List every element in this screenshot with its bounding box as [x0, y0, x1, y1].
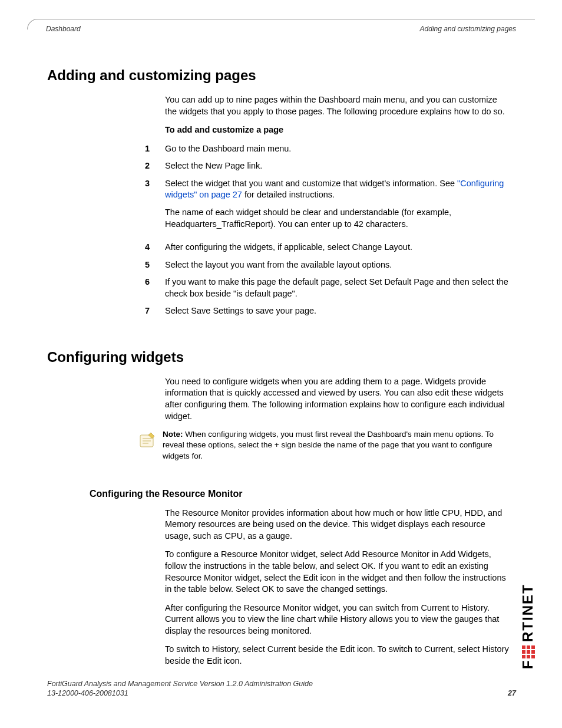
- subsection-title-resource-monitor: Configuring the Resource Monitor: [90, 489, 516, 499]
- step3-lead: Select the widget that you want and cust…: [165, 179, 457, 188]
- step-text: Select the widget that you want and cust…: [165, 178, 510, 236]
- step-number: 5: [141, 259, 165, 271]
- svg-rect-13: [531, 645, 535, 649]
- step-number: 1: [141, 143, 165, 155]
- page-footer: FortiGuard Analysis and Management Servi…: [47, 680, 516, 697]
- step-number: 4: [141, 242, 165, 253]
- note-block: Note: When configuring widgets, you must…: [137, 429, 510, 462]
- step-text: Select Save Settings to save your page.: [165, 305, 510, 317]
- note-label: Note:: [163, 430, 183, 439]
- footer-docid: 13-12000-406-20081031: [47, 689, 128, 697]
- svg-rect-8: [527, 655, 530, 658]
- section-title-adding: Adding and customizing pages: [47, 67, 516, 84]
- note-text: Note: When configuring widgets, you must…: [163, 429, 510, 462]
- step-text: Select the New Page link.: [165, 160, 510, 172]
- svg-rect-11: [531, 655, 535, 658]
- header-left: Dashboard: [46, 25, 81, 33]
- section2-intro: You need to configure widgets when you a…: [165, 376, 510, 422]
- rm-p4: To switch to History, select Current bes…: [165, 644, 510, 667]
- section-title-configuring: Configuring widgets: [47, 349, 516, 365]
- page-content: Adding and customizing pages You can add…: [47, 59, 516, 674]
- step-number: 7: [141, 305, 165, 317]
- svg-rect-12: [531, 650, 535, 654]
- header-right: Adding and customizing pages: [420, 25, 516, 33]
- rm-p1: The Resource Monitor provides informatio…: [165, 508, 510, 542]
- step-text: Select the layout you want from the avai…: [165, 259, 510, 271]
- svg-rect-9: [527, 650, 530, 654]
- svg-text:F: F: [520, 659, 535, 669]
- svg-text:RTINET: RTINET: [520, 584, 535, 642]
- svg-rect-5: [522, 655, 525, 658]
- step-number: 3: [141, 178, 165, 236]
- section1-intro: You can add up to nine pages within the …: [165, 94, 510, 117]
- step3-tail: for detailed instructions.: [242, 190, 335, 199]
- step-text: Go to the Dashboard main menu.: [165, 143, 510, 155]
- note-icon: [137, 429, 163, 454]
- svg-rect-6: [522, 650, 525, 654]
- step-text: If you want to make this page the defaul…: [165, 276, 510, 299]
- step-text: After configuring the widgets, if applic…: [165, 242, 510, 253]
- rm-p3: After configuring the Resource Monitor w…: [165, 602, 510, 637]
- fortinet-logo: F RTINET: [520, 539, 536, 669]
- step-number: 6: [141, 276, 165, 299]
- svg-rect-10: [527, 645, 530, 649]
- step3-note: The name of each widget should be clear …: [165, 207, 510, 230]
- svg-rect-7: [522, 645, 525, 649]
- procedure-steps: 1Go to the Dashboard main menu. 2Select …: [141, 143, 510, 317]
- note-body: When configuring widgets, you must first…: [163, 430, 494, 460]
- procedure-title: To add and customize a page: [165, 124, 510, 136]
- footer-title: FortiGuard Analysis and Management Servi…: [47, 680, 516, 688]
- step-number: 2: [141, 160, 165, 172]
- rm-p2: To configure a Resource Monitor widget, …: [165, 549, 510, 595]
- page-number: 27: [508, 689, 516, 697]
